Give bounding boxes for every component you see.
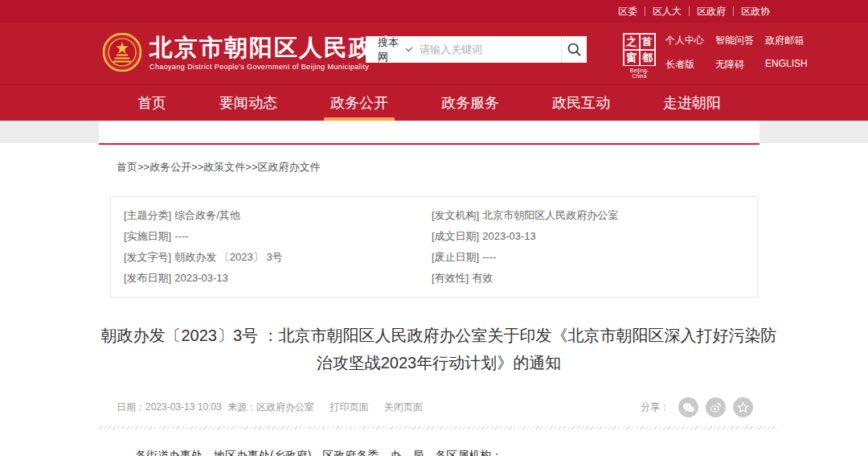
- capital-window-grid-icon: 之 首 窗 都: [623, 33, 656, 66]
- header-quick-links: 个人中心 智能问答 政府邮箱 长者版 无障碍 ENGLISH: [665, 34, 778, 72]
- nav-item-news[interactable]: 要闻动态: [216, 85, 280, 121]
- site-subtitle: Chaoyang District People's Government of…: [149, 63, 399, 71]
- topbar-link-district-government[interactable]: 区政府: [690, 6, 734, 16]
- subheader-band: [0, 121, 868, 143]
- cw-char: 之: [624, 34, 640, 50]
- document-info-row: 日期：2023-03-13 10:03 来源：区政府办公室 打印页面 关闭页面 …: [99, 397, 760, 417]
- topbar-link-district-committee[interactable]: 区委: [611, 6, 645, 16]
- primary-nav: 首页 要闻动态 政务公开 政务服务 政民互动 走进朝阳: [0, 84, 868, 121]
- wechat-icon: [682, 402, 694, 413]
- meta-row: [废止日期]----: [432, 247, 757, 268]
- search-icon: [567, 42, 582, 57]
- capital-window-caption: Beijing-China: [623, 68, 656, 79]
- meta-left-column: [主题分类]综合政务/其他 [实施日期]---- [发文字号]朝政办发 〔202…: [124, 205, 432, 289]
- nav-item-about-chaoyang[interactable]: 走进朝阳: [660, 85, 724, 121]
- share-favorite-button[interactable]: [733, 397, 753, 417]
- share-wechat-button[interactable]: [678, 397, 698, 417]
- document-meta-box: [主题分类]综合政务/其他 [实施日期]---- [发文字号]朝政办发 〔202…: [110, 196, 758, 298]
- share-bar: 分享：: [641, 397, 753, 417]
- cw-char: 首: [640, 34, 656, 50]
- chevron-down-icon: [405, 45, 412, 52]
- meta-row: [有效性]有效: [432, 268, 757, 289]
- print-page-link[interactable]: 打印页面: [330, 401, 368, 413]
- national-emblem-icon: [103, 33, 141, 72]
- topbar-link-district-cppcc[interactable]: 区政协: [734, 6, 777, 16]
- share-label: 分享：: [641, 401, 669, 414]
- link-english[interactable]: ENGLISH: [765, 58, 808, 72]
- document-body-first-line: 各街道办事处、地区办事处(乡政府)，区政府各委、办、局，各区属机构：: [135, 449, 760, 456]
- nav-item-home[interactable]: 首页: [134, 85, 170, 121]
- nav-item-gov-disclosure[interactable]: 政务公开: [327, 85, 391, 121]
- link-accessibility[interactable]: 无障碍: [715, 58, 754, 72]
- link-gov-mailbox[interactable]: 政府邮箱: [765, 34, 808, 47]
- document-title: 朝政办发〔2023〕3号 ：北京市朝阳区人民政府办公室关于印发《北京市朝阳区深入…: [99, 322, 779, 376]
- breadcrumb[interactable]: 首页>>政务公开>>政策文件>>区政府办文件: [117, 160, 760, 175]
- cw-char: 窗: [624, 50, 640, 66]
- star-icon: [737, 401, 749, 413]
- search-button[interactable]: [561, 36, 587, 63]
- nav-item-gov-services[interactable]: 政务服务: [438, 85, 502, 121]
- weibo-icon: [710, 401, 722, 413]
- cw-char: 都: [640, 50, 656, 66]
- red-divider: [99, 143, 760, 145]
- nav-item-public-interaction[interactable]: 政民互动: [549, 85, 613, 121]
- search-scope-label: 搜本网: [378, 35, 400, 64]
- share-weibo-button[interactable]: [706, 397, 726, 417]
- link-senior-version[interactable]: 长者版: [665, 58, 704, 72]
- site-header: 北京市朝阳区人民政府 Chaoyang District People's Go…: [0, 23, 868, 84]
- publish-date: 日期：2023-03-13 10:03: [117, 401, 222, 413]
- site-search: 搜本网: [366, 36, 587, 63]
- top-utility-bar: 区委 区人大 区政府 区政协: [0, 0, 868, 23]
- meta-right-column: [发文机构]北京市朝阳区人民政府办公室 [成文日期]2023-03-13 [废止…: [432, 205, 757, 289]
- site-logo[interactable]: 北京市朝阳区人民政府 Chaoyang District People's Go…: [103, 33, 399, 72]
- meta-row: [主题分类]综合政务/其他: [124, 205, 432, 226]
- main-content: 首页>>政务公开>>政策文件>>区政府办文件 [主题分类]综合政务/其他 [实施…: [99, 160, 760, 456]
- meta-row: [发文机构]北京市朝阳区人民政府办公室: [432, 205, 757, 226]
- search-input[interactable]: [420, 43, 561, 55]
- capital-window-logo[interactable]: 之 首 窗 都 Beijing-China: [623, 33, 656, 79]
- link-smart-qa[interactable]: 智能问答: [715, 34, 754, 47]
- close-page-link[interactable]: 关闭页面: [384, 401, 423, 413]
- meta-row: [实施日期]----: [124, 226, 432, 247]
- search-scope-select[interactable]: 搜本网: [366, 35, 420, 64]
- meta-row: [发文字号]朝政办发 〔2023〕 3号: [124, 247, 432, 268]
- link-personal-center[interactable]: 个人中心: [665, 34, 704, 47]
- dotted-divider: [97, 426, 777, 429]
- topbar-link-district-congress[interactable]: 区人大: [645, 6, 690, 16]
- source-label: 来源：区政府办公室: [227, 401, 314, 413]
- meta-row: [成文日期]2023-03-13: [432, 226, 757, 247]
- meta-row: [发布日期]2023-03-13: [124, 268, 432, 289]
- site-title: 北京市朝阳区人民政府: [149, 35, 399, 60]
